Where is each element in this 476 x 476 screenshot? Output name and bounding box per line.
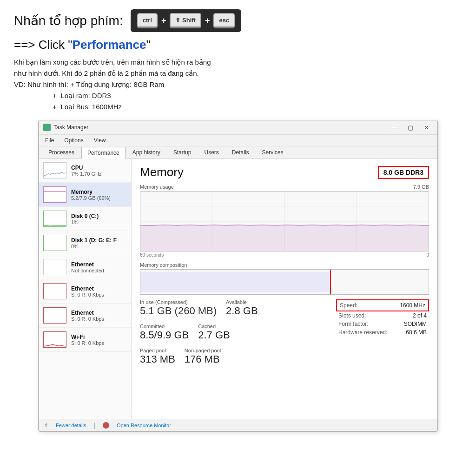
in-use-label: In use (Compressed): [140, 299, 217, 305]
cpu-info: CPU 7% 1.70 GHz: [71, 165, 126, 177]
performance-label: Performance: [73, 38, 146, 52]
resource-monitor-icon: [103, 422, 109, 429]
speed-label: Speed:: [337, 300, 394, 311]
wifi-graph: [43, 331, 66, 348]
memory-sublabel: 5.2/7.9 GB (66%): [71, 195, 126, 201]
key-shift: ⇧ Shift: [170, 13, 201, 28]
sidebar-item-eth2[interactable]: Ethernet S: 0 R: 0 Kbps: [39, 279, 131, 304]
sidebar-item-disk1[interactable]: Disk 1 (D: G: E: F 0%: [39, 231, 131, 255]
tab-users[interactable]: Users: [198, 146, 225, 158]
sidebar-item-eth1[interactable]: Ethernet Not connected: [39, 255, 131, 279]
disk0-graph: [43, 211, 66, 227]
tab-services[interactable]: Services: [256, 146, 290, 158]
disk1-info: Disk 1 (D: G: E: F 0%: [71, 237, 126, 249]
available-label: Available: [226, 299, 258, 305]
tab-details[interactable]: Details: [226, 146, 255, 158]
memory-usage-chart: [140, 191, 429, 251]
cached-value: 2.7 GB: [198, 329, 230, 341]
eth1-info: Ethernet Not connected: [71, 261, 126, 273]
minimize-button[interactable]: ―: [388, 123, 401, 132]
sidebar: CPU 7% 1.70 GHz Memory 5.2/7.9 GB (66%): [39, 159, 132, 419]
eth3-graph: [43, 307, 66, 324]
menu-file[interactable]: File: [43, 136, 56, 145]
form-label: Form factor:: [337, 320, 394, 328]
paged-value: 313 MB: [140, 353, 175, 365]
slots-row: Slots used: 2 of 4: [337, 311, 429, 320]
cpu-graph: [43, 162, 66, 178]
sidebar-item-wifi[interactable]: Wi-Fi S: 0 R: 0 Kbps: [39, 328, 131, 352]
plus-1: +: [161, 16, 166, 26]
stats-right: Speed: 1600 MHz Slots used: 2 of 4 Form …: [336, 299, 429, 368]
window-footer: ⇧ Fewer details | Open Resource Monitor: [39, 419, 437, 431]
tab-processes[interactable]: Processes: [42, 146, 80, 158]
key-esc: esc: [213, 13, 235, 28]
eth2-label: Ethernet: [71, 285, 126, 292]
tab-startup[interactable]: Startup: [167, 146, 198, 158]
eth2-info: Ethernet S: 0 R: 0 Kbps: [71, 285, 126, 298]
disk0-sublabel: 1%: [71, 219, 126, 225]
window-tabs: Processes Performance App history Startu…: [39, 146, 437, 159]
close-button[interactable]: ✕: [420, 123, 433, 132]
disk1-graph: [43, 235, 66, 251]
eth3-info: Ethernet S: 0 R: 0 Kbps: [71, 310, 126, 322]
slots-label: Slots used:: [337, 311, 394, 320]
maximize-button[interactable]: ▢: [404, 123, 417, 132]
nonpaged-value: 176 MB: [185, 353, 221, 365]
sidebar-item-eth3[interactable]: Ethernet S: 0 R: 0 Kbps: [39, 304, 131, 328]
window-body: CPU 7% 1.70 GHz Memory 5.2/7.9 GB (66%): [39, 159, 437, 419]
chart-label-text: Memory usage: [140, 184, 174, 190]
hw-row: Hardware reserved: 68.6 MB: [337, 328, 429, 337]
tab-apphistory[interactable]: App history: [126, 146, 166, 158]
slots-value: 2 of 4: [394, 311, 429, 320]
tab-performance[interactable]: Performance: [81, 147, 126, 159]
composition-chart: [140, 269, 429, 295]
window-title-left: Task Manager: [43, 124, 88, 131]
speed-value: 1600 MHz: [394, 300, 429, 311]
window-controls: ― ▢ ✕: [388, 123, 433, 132]
taskmanager-window: Task Manager ― ▢ ✕ File Options View Pro…: [38, 120, 438, 432]
sidebar-item-memory[interactable]: Memory 5.2/7.9 GB (66%): [39, 183, 131, 207]
disk0-info: Disk 0 (C:) 1%: [71, 213, 126, 225]
sidebar-item-disk0[interactable]: Disk 0 (C:) 1%: [39, 207, 131, 231]
wifi-info: Wi-Fi S: 0 R: 0 Kbps: [71, 334, 126, 346]
menu-options[interactable]: Options: [62, 136, 85, 145]
key-ctrl: ctrl: [137, 13, 158, 28]
svg-rect-7: [140, 272, 331, 292]
eth1-label: Ethernet: [71, 261, 126, 268]
open-resource-monitor-link[interactable]: Open Resource Monitor: [117, 423, 171, 428]
sidebar-item-cpu[interactable]: CPU 7% 1.70 GHz: [39, 159, 131, 183]
stat-available: Available 2.8 GB: [226, 299, 258, 317]
keyboard-combo: ctrl + ⇧ Shift + esc: [131, 9, 241, 32]
cpu-label: CPU: [71, 165, 126, 171]
stat-paged: Paged pool 313 MB: [140, 348, 175, 365]
menu-view[interactable]: View: [92, 136, 108, 145]
description-block: Khi bạn làm xong các bước trên, trên màn…: [14, 57, 462, 112]
eth2-sublabel: S: 0 R: 0 Kbps: [71, 292, 126, 298]
top-instruction-row: Nhấn tổ hợp phím: ctrl + ⇧ Shift + esc: [14, 9, 462, 32]
svg-marker-6: [140, 225, 429, 251]
eth1-sublabel: Not connected: [71, 268, 126, 273]
window-title-text: Task Manager: [53, 124, 88, 131]
eth2-graph: [43, 283, 66, 299]
cpu-sublabel: 7% 1.70 GHz: [71, 171, 126, 177]
nonpaged-label: Non-paged pool: [185, 348, 221, 353]
composition-label: Memory composition: [140, 262, 429, 268]
memory-info: Memory 5.2/7.9 GB (66%): [71, 189, 126, 201]
eth3-label: Ethernet: [71, 310, 126, 316]
chart-footer-right: 0: [426, 252, 429, 258]
hw-value: 68.6 MB: [394, 328, 429, 337]
chevron-up-icon: ⇧: [44, 423, 48, 429]
memory-graph: [43, 186, 66, 203]
click-performance-line: ==> Click "Performance": [14, 38, 462, 52]
eth3-sublabel: S: 0 R: 0 Kbps: [71, 316, 126, 322]
chart-footer: 60 seconds 0: [140, 252, 429, 258]
window-app-icon: [43, 124, 51, 131]
cached-label: Cached: [198, 324, 230, 329]
main-content: Memory 8.0 GB DDR3 Memory usage 7.9 GB: [132, 159, 437, 419]
fewer-details-link[interactable]: Fewer details: [56, 423, 86, 428]
chart-footer-left: 60 seconds: [140, 252, 164, 258]
committed-value: 8.5/9.9 GB: [140, 329, 189, 341]
wifi-sublabel: S: 0 R: 0 Kbps: [71, 340, 126, 346]
wifi-label: Wi-Fi: [71, 334, 126, 340]
stat-in-use: In use (Compressed) 5.1 GB (260 MB): [140, 299, 217, 317]
